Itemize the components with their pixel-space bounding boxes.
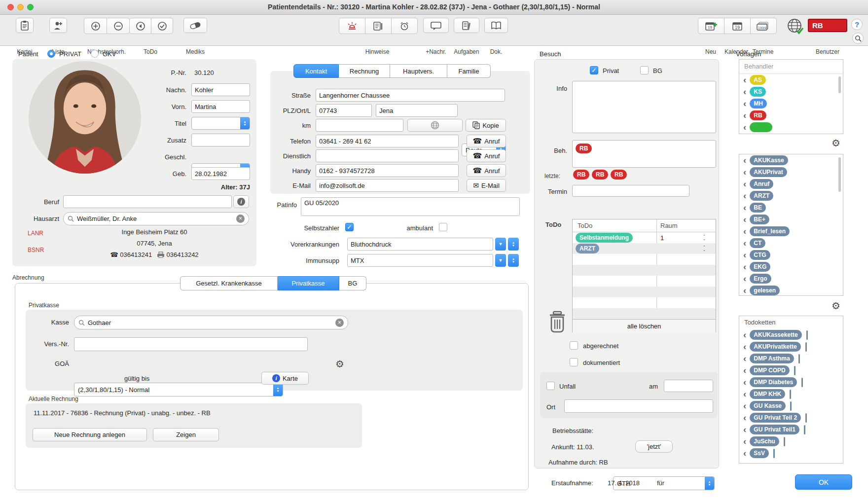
strasse-field[interactable]: Langenhorner Chaussee <box>316 89 505 102</box>
chevron-left-icon[interactable]: ‹ <box>743 250 746 260</box>
behandler-field[interactable]: RB <box>572 140 716 168</box>
todokette-item[interactable]: ‹DMP COPD <box>739 364 843 376</box>
vorlage-badge[interactable]: Ergo <box>750 274 771 284</box>
vorlagen-scrollbar[interactable] <box>838 157 841 192</box>
vorlage-item[interactable]: ‹Anruf <box>739 178 843 190</box>
patinfo-field[interactable]: GU 05/2020 <box>301 197 520 216</box>
tab-rechnung[interactable]: Rechnung <box>339 64 390 78</box>
geburtsdatum-field[interactable]: 28.02.1982 <box>191 167 250 180</box>
todokette-badge[interactable]: DMP Asthma <box>750 354 794 363</box>
vorlage-badge[interactable]: CTG <box>750 250 770 260</box>
vorlage-item[interactable]: ‹BE <box>739 202 843 214</box>
vorlage-item[interactable]: ‹CTG <box>739 249 843 261</box>
route-button[interactable] <box>407 119 463 132</box>
chevron-left-icon[interactable]: ‹ <box>743 110 746 120</box>
todokette-badge[interactable]: SsV <box>750 448 769 458</box>
todo-back-button[interactable] <box>129 18 151 34</box>
kasse-clear-icon[interactable]: × <box>335 319 344 327</box>
aufgaben-button[interactable] <box>454 18 479 33</box>
chevron-left-icon[interactable]: ‹ <box>743 203 746 213</box>
vorlage-badge[interactable]: ARZT <box>750 191 773 201</box>
mediks-button[interactable] <box>183 18 207 33</box>
chevron-left-icon[interactable]: ‹ <box>743 87 746 97</box>
chevron-left-icon[interactable]: ‹ <box>743 365 746 375</box>
hinweise-notes-button[interactable] <box>365 18 392 34</box>
immunsupp-stepper-icon[interactable]: ▲▼ <box>508 254 519 267</box>
todo-row-2[interactable]: ARZT ⌃⌄ <box>573 243 716 254</box>
hinweise-wecker-button[interactable] <box>392 18 418 34</box>
vorlage-badge[interactable]: EKG <box>750 262 770 272</box>
trash-icon[interactable] <box>548 311 566 333</box>
besuch-info-textarea[interactable] <box>572 81 716 133</box>
vorlage-item[interactable]: ‹AKUPrivat <box>739 166 843 178</box>
vorname-field[interactable]: Martina <box>191 100 250 113</box>
ambulant-checkbox[interactable] <box>439 223 447 231</box>
karte-button[interactable]: i Karte <box>261 372 309 385</box>
behandler-item-partial[interactable]: ‹ <box>739 121 843 133</box>
kalender-button[interactable]: 19 <box>724 18 751 34</box>
vorlage-item[interactable]: ‹Brief_lesen <box>739 225 843 237</box>
tab-familie[interactable]: Familie <box>447 64 491 78</box>
chevron-left-icon[interactable]: ‹ <box>743 413 746 423</box>
hinweise-alarm-button[interactable] <box>339 18 365 34</box>
letzte-badge-1[interactable]: RB <box>573 170 589 180</box>
chevron-left-icon[interactable]: ‹ <box>743 354 746 363</box>
todo-row-1[interactable]: Selbstanmeldung 1 ⌃⌄ <box>573 232 716 243</box>
tab-kontakt[interactable]: Kontakt <box>293 64 339 78</box>
immunsupp-field[interactable]: MTX <box>347 254 493 267</box>
todo-row-1-badge[interactable]: Selbstanmeldung <box>576 233 633 243</box>
hausarzt-search-field[interactable]: Weißmüller, Dr. Anke × <box>63 212 249 225</box>
tab-gesetzl-krankenkasse[interactable]: Gesetzl. Krankenkasse <box>180 276 278 290</box>
todokette-badge[interactable]: GU Kasse <box>750 401 786 411</box>
todokette-badge[interactable]: DMP COPD <box>750 365 789 375</box>
todo-row-1-raum[interactable]: 1 <box>660 234 664 242</box>
chevron-left-icon[interactable]: ‹ <box>743 167 746 177</box>
vorlage-item[interactable]: ‹AKUKasse <box>739 154 843 166</box>
todokette-item[interactable]: ‹AKUKassekette <box>739 329 843 341</box>
chevron-left-icon[interactable]: ‹ <box>743 401 746 411</box>
todokette-item[interactable]: ‹SsV <box>739 447 843 459</box>
beruf-field[interactable] <box>63 195 232 208</box>
todo-row-3[interactable] <box>573 254 716 265</box>
todo-row-6[interactable] <box>573 287 716 297</box>
chevron-left-icon[interactable]: ‹ <box>743 226 746 236</box>
zeigen-button[interactable]: Zeigen <box>153 428 219 441</box>
behandler-badge-as[interactable]: AS <box>750 75 766 85</box>
handy-field[interactable]: 0162 - 9374572728 <box>316 164 459 177</box>
todo-row-2-stepper-icon[interactable]: ⌃⌄ <box>703 246 706 252</box>
rechnung-row[interactable]: 11.11.2017 - 76836 - Rechnung (Privat) -… <box>34 409 211 417</box>
chevron-left-icon[interactable]: ‹ <box>743 122 746 132</box>
gkv-radio[interactable] <box>91 50 99 58</box>
chevron-left-icon[interactable]: ‹ <box>743 342 746 352</box>
vorlage-badge[interactable]: Anruf <box>750 179 773 189</box>
titel-dropdown[interactable]: ▲▼ <box>191 117 250 130</box>
todokette-badge[interactable]: GU Privat Teil 2 <box>750 413 801 423</box>
behandler-scrollbar[interactable] <box>838 76 841 93</box>
chevron-left-icon[interactable]: ‹ <box>743 262 746 272</box>
todo-row-7[interactable] <box>573 297 716 308</box>
todokette-item[interactable]: ‹GU Privat Teil1 <box>739 424 843 435</box>
todokette-item[interactable]: ‹DMP KHK <box>739 388 843 400</box>
todokette-item[interactable]: ‹DMP Asthma <box>739 353 843 364</box>
chevron-left-icon[interactable]: ‹ <box>743 448 746 458</box>
alle-loeschen-button[interactable]: alle löschen <box>573 319 716 332</box>
todokette-item[interactable]: ‹JuSchu <box>739 435 843 447</box>
dok-button[interactable] <box>484 18 508 33</box>
behandler-badge-rb[interactable]: RB <box>750 110 766 120</box>
tab-privatkasse[interactable]: Privatkasse <box>278 276 339 290</box>
todokette-item[interactable]: ‹GU Kasse <box>739 400 843 412</box>
telefon-field[interactable]: 03641 - 269 41 62 <box>316 135 459 147</box>
anruf-dienstlich-button[interactable]: ☎Anruf <box>467 149 506 162</box>
naechster-button[interactable] <box>84 18 107 34</box>
vorlage-item[interactable]: ‹EKG <box>739 261 843 273</box>
patient-photo[interactable] <box>29 61 141 174</box>
nachricht-button[interactable] <box>423 18 449 33</box>
vorlagen-gear-icon[interactable]: ⚙ <box>832 301 840 311</box>
termine-button[interactable]: 1999 <box>751 18 777 34</box>
chevron-left-icon[interactable]: ‹ <box>743 425 746 434</box>
unfall-am-field[interactable] <box>664 380 713 392</box>
todokette-item[interactable]: ‹GU Privat Teil 2 <box>739 412 843 424</box>
behandler-badge-mh[interactable]: MH <box>750 99 767 108</box>
termin-field[interactable] <box>572 185 689 197</box>
todokette-badge[interactable]: DMP Diabetes <box>750 377 797 387</box>
